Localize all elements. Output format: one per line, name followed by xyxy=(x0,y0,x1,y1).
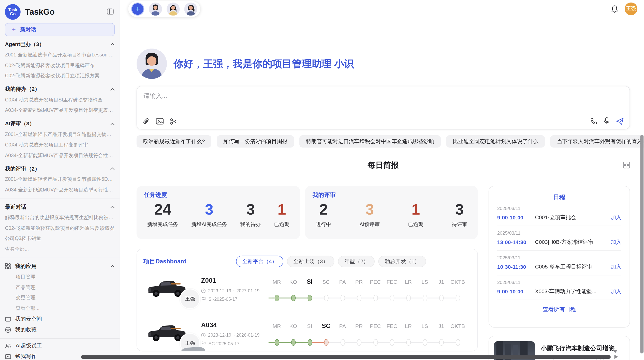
suggestion-chip[interactable]: 比亚迪全固态电池计划具体说了什么 xyxy=(446,135,545,148)
milestone-node xyxy=(439,339,444,346)
writing-icon xyxy=(5,354,11,359)
suggestion-chip[interactable]: 欧洲新规最近颁布了什么? xyxy=(137,135,212,148)
stat-value: 1 xyxy=(408,201,423,219)
vertical-scrollbar-thumb[interactable] xyxy=(640,135,643,353)
new-chat-button[interactable]: ＋ 新对话 xyxy=(5,23,115,36)
milestone-label: LS xyxy=(417,323,433,329)
join-link[interactable]: 加入 xyxy=(611,288,621,295)
left-column: 任务进度 24 新增完成任务 3 新增AI完成任务 xyxy=(137,186,478,352)
stat-label: 新增AI完成任务 xyxy=(191,221,227,228)
dashboard-tabs: 全新平台（4） 全新上装（3） 年型（2） 动总开发（1） xyxy=(236,256,426,267)
tab-powertrain[interactable]: 动总开发（1） xyxy=(378,256,426,267)
recent-view-all-link[interactable]: 查看全部... xyxy=(5,244,115,254)
list-item[interactable]: Z001-全新燃油轻卡产品开发项目SI节点属性5D文件评审 xyxy=(5,174,115,185)
milestone-label: OKTB xyxy=(449,323,466,329)
microphone-icon[interactable] xyxy=(604,117,610,125)
milestone-label: KO xyxy=(285,323,301,329)
suggestion-chip[interactable]: 如何写一份清晰的项目周报 xyxy=(217,135,294,148)
suggestion-chip[interactable]: 当下年轻人对汽车外观有怎样的喜好趋势 xyxy=(550,135,644,148)
list-item[interactable]: C0X4-动力总成开发项目SI里程碑提交物检查 xyxy=(5,95,115,105)
apps-view-all-link[interactable]: 查看全部... xyxy=(5,303,115,313)
section-title: 最近对话 xyxy=(5,203,26,211)
sidebar-item-project-mgmt[interactable]: 项目管理 xyxy=(5,272,115,282)
attachment-icon[interactable] xyxy=(143,117,150,125)
scroll-right-arrow-icon[interactable] xyxy=(614,355,618,359)
schedule-date: 2025/03/11 xyxy=(497,231,621,235)
milestone-label: MR xyxy=(269,323,285,329)
sidebar-item-change-mgmt[interactable]: 变更管理 xyxy=(5,293,115,303)
section-header-my-apps[interactable]: 我的应用 xyxy=(5,261,115,272)
layout-grid-icon[interactable] xyxy=(623,161,630,168)
stat-label: AI预评审 xyxy=(359,221,380,228)
app-title: TaskGo xyxy=(25,7,55,17)
phone-call-icon[interactable] xyxy=(590,117,597,125)
stat-label: 我的待办 xyxy=(240,221,261,228)
sidebar-item-favorites[interactable]: 我的收藏 xyxy=(5,324,115,335)
taskgo-logo-icon: Task Go xyxy=(5,4,20,20)
list-item[interactable]: A034-全新新能源MUV产品开发项目计划变更表编写 xyxy=(5,105,115,116)
project-row-z001[interactable]: 王强 Z001 2023-12-19 ~ 2027-01-19 xyxy=(143,274,469,312)
stat-value: 1 xyxy=(274,201,290,219)
list-item[interactable]: 解释最新出台的欧盟报废车法规再生塑料比例被调至15%... xyxy=(5,213,115,223)
stat: 3 待评审 xyxy=(452,201,467,228)
stat-label: 新增完成任务 xyxy=(147,221,178,228)
image-upload-icon[interactable] xyxy=(156,118,164,125)
flag-icon xyxy=(201,341,206,346)
milestone-label: FEC xyxy=(384,323,400,329)
schedule-time: 9:00-10:00 xyxy=(497,288,535,294)
project-owner-badge: 王强 xyxy=(180,289,200,309)
section-header-agent-done[interactable]: Agent已办（3） xyxy=(5,39,115,50)
join-link[interactable]: 加入 xyxy=(611,238,621,246)
dashboard-title: 项目Dashboard xyxy=(143,258,186,265)
list-item[interactable]: C0X4-动力总成开发项目工程变更评审 xyxy=(5,140,115,150)
sidebar-item-cloud-space[interactable]: 我的云空间 xyxy=(5,314,115,324)
horizontal-scrollbar-thumb[interactable] xyxy=(81,355,611,359)
schedule-date: 2025/03/11 xyxy=(497,280,621,285)
project-code: Z001 xyxy=(201,277,269,284)
milestone-node xyxy=(324,295,328,301)
list-item[interactable]: Z001-全新燃油皮卡产品开发项目SI节点Lesson Learn报告 xyxy=(5,50,115,60)
view-all-schedule-link[interactable]: 查看所有日程 xyxy=(497,306,621,313)
tab-model-year[interactable]: 年型（2） xyxy=(338,256,375,267)
join-link[interactable]: 加入 xyxy=(611,214,621,221)
send-icon[interactable] xyxy=(616,117,624,125)
list-item[interactable]: A034-全新新能源MUV产品开发项目法规符合性评审 xyxy=(5,150,115,161)
sidebar-collapse-icon[interactable] xyxy=(107,8,114,15)
stat-label: 已逾期 xyxy=(408,221,423,228)
schedule-item: 2025/03/11 10:30-11:30 C005-整车工程目标评审 加入 xyxy=(497,255,621,275)
list-item[interactable]: C02-飞腾新能源轻客改款项目的闭环通告反馈情况 xyxy=(5,223,115,233)
new-chat-label: 新对话 xyxy=(20,26,36,33)
divider xyxy=(497,250,621,251)
scissors-icon[interactable] xyxy=(170,118,177,125)
list-item[interactable]: Z001-全新燃油轻卡产品开发项目SI造型提交物评审 xyxy=(5,129,115,140)
sidebar-item-label: 我的收藏 xyxy=(15,326,37,333)
project-dates-text: 2023-12-19 ~ 2026-01-19 xyxy=(208,333,259,337)
tab-new-body[interactable]: 全新上装（3） xyxy=(287,256,334,267)
section-header-my-todo[interactable]: 我的待办（2） xyxy=(5,84,115,95)
scroll-down-arrow-icon[interactable] xyxy=(613,350,618,353)
sidebar-item-product-mgmt[interactable]: 产品管理 xyxy=(5,282,115,293)
list-item[interactable]: C02-飞腾新能源轻客改款项目立项汇报方案 xyxy=(5,71,115,81)
list-item[interactable]: A034-全新新能源MUV产品开发项目造型可行性评审 xyxy=(5,185,115,195)
sidebar-item-ai-super-staff[interactable]: AI超级员工 xyxy=(5,340,115,351)
section-header-my-review[interactable]: 我的评审（2） xyxy=(5,163,115,174)
schedule-date: 2025/03/11 xyxy=(497,255,621,260)
list-item[interactable]: 公司Q3轻卡销量 xyxy=(5,233,115,244)
sidebar-item-label: 我的云空间 xyxy=(15,315,42,323)
stat-value: 2 xyxy=(316,201,331,219)
milestone-label: KO xyxy=(285,279,301,285)
section-header-recent-chats[interactable]: 最近对话 xyxy=(5,201,115,213)
sidebar: Task Go TaskGo ＋ 新对话 Agent已办（3） Z001-全新燃… xyxy=(0,0,120,360)
stat-value: 24 xyxy=(147,201,178,219)
section-header-ai-review[interactable]: AI评审（3） xyxy=(5,118,115,129)
stat-label: 待评审 xyxy=(452,221,467,228)
project-code: A034 xyxy=(201,321,269,329)
milestone-node xyxy=(439,295,444,301)
chat-input-card[interactable]: 请输入... xyxy=(137,86,630,129)
tab-new-platform[interactable]: 全新平台（4） xyxy=(236,256,283,267)
join-link[interactable]: 加入 xyxy=(611,263,621,271)
suggestion-chip[interactable]: 特朗普可能对进口汽车增税会对中国车企造成哪些影响 xyxy=(299,135,441,148)
milestone-node-done xyxy=(308,295,312,301)
list-item[interactable]: C02-飞腾新能源轻客改款项目里程碑画布 xyxy=(5,60,115,71)
stat-value: 3 xyxy=(240,201,261,219)
